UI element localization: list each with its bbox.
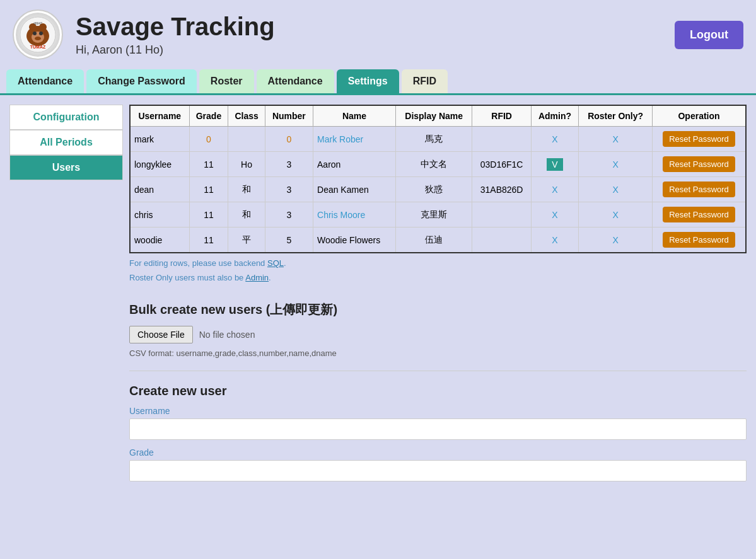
cell-name: Mark Rober xyxy=(313,127,396,152)
cell-number: 3 xyxy=(265,152,313,177)
cell-username: chris xyxy=(130,202,189,228)
table-row: chris 11 和 3 Chris Moore 克里斯 X X Reset P… xyxy=(130,202,746,228)
content-area: Username Grade Class Number Name Display… xyxy=(123,105,747,481)
grade-input[interactable] xyxy=(129,460,747,481)
logout-button[interactable]: Logout xyxy=(675,21,743,49)
cell-grade: 11 xyxy=(189,228,228,253)
reset-password-button[interactable]: Reset Password xyxy=(663,207,735,222)
table-row: mark 0 0 Mark Rober 馬克 X X Reset Passwor… xyxy=(130,127,746,152)
sidebar-item-users[interactable]: Users xyxy=(9,155,123,180)
cell-display-name: 馬克 xyxy=(396,127,472,152)
username-input[interactable] xyxy=(129,418,747,440)
col-display-name: Display Name xyxy=(396,105,472,127)
create-user-section: Create new user Username Grade xyxy=(129,384,747,481)
title-block: Savage Tracking Hi, Aaron (11 Ho) xyxy=(76,13,662,57)
table-row: woodie 11 平 5 Woodie Flowers 伍迪 X X Rese… xyxy=(130,228,746,253)
cell-admin: X xyxy=(531,202,578,228)
cell-rfid: 31AB826D xyxy=(472,177,531,202)
cell-display-name: 伍迪 xyxy=(396,228,472,253)
col-roster-only: Roster Only? xyxy=(579,105,653,127)
choose-file-button[interactable]: Choose File xyxy=(129,326,193,343)
cell-grade: 11 xyxy=(189,202,228,228)
cell-op: Reset Password xyxy=(653,152,746,177)
sidebar-item-all-periods[interactable]: All Periods xyxy=(9,130,123,155)
col-class: Class xyxy=(228,105,265,127)
svg-point-7 xyxy=(35,37,41,40)
cell-username: longyklee xyxy=(130,152,189,177)
app-header: TUMAZ #6947 Savage Tracking Hi, Aaron (1… xyxy=(0,0,756,69)
cell-roster-only: X xyxy=(579,152,653,177)
col-rfid: RFID xyxy=(472,105,531,127)
tab-change-password[interactable]: Change Password xyxy=(86,69,197,93)
username-label: Username xyxy=(129,406,747,416)
cell-op: Reset Password xyxy=(653,228,746,253)
svg-text:#6947: #6947 xyxy=(33,21,42,25)
file-input-row: Choose File No file chosen xyxy=(129,326,747,343)
logo-inner: TUMAZ #6947 xyxy=(16,13,60,57)
svg-point-6 xyxy=(39,32,43,35)
cell-number: 3 xyxy=(265,202,313,228)
cell-display-name: 中文名 xyxy=(396,152,472,177)
col-admin: Admin? xyxy=(531,105,578,127)
bulk-section: Bulk create new users (上傳即更新) Choose Fil… xyxy=(129,301,747,371)
cell-number: 3 xyxy=(265,177,313,202)
col-operation: Operation xyxy=(653,105,746,127)
reset-password-button[interactable]: Reset Password xyxy=(663,156,735,172)
cell-class: Ho xyxy=(228,152,265,177)
col-number: Number xyxy=(265,105,313,127)
cell-grade: 11 xyxy=(189,152,228,177)
cell-grade: 11 xyxy=(189,177,228,202)
svg-text:TUMAZ: TUMAZ xyxy=(30,45,46,49)
sidebar: Configuration All Periods Users xyxy=(9,105,123,481)
cell-class: 和 xyxy=(228,177,265,202)
cell-roster-only: X xyxy=(579,202,653,228)
cell-name: Aaron xyxy=(313,152,396,177)
cell-display-name: 克里斯 xyxy=(396,202,472,228)
cell-username: dean xyxy=(130,177,189,202)
cell-admin: X xyxy=(531,127,578,152)
app-title: Savage Tracking xyxy=(76,13,662,41)
admin-link[interactable]: Admin xyxy=(245,273,269,282)
cell-class: 平 xyxy=(228,228,265,253)
main-content: Configuration All Periods Users Username… xyxy=(0,95,756,491)
tab-attendance1[interactable]: Attendance xyxy=(6,69,84,93)
tab-attendance2[interactable]: Attendance xyxy=(257,69,334,93)
cell-grade: 0 xyxy=(189,127,228,152)
table-row: dean 11 和 3 Dean Kamen 狄惑 31AB826D X X R… xyxy=(130,177,746,202)
reset-password-button[interactable]: Reset Password xyxy=(663,182,735,197)
cell-name: Dean Kamen xyxy=(313,177,396,202)
sql-link[interactable]: SQL xyxy=(267,258,284,268)
csv-format-text: CSV format: username,grade,class,number,… xyxy=(129,349,747,358)
cell-op: Reset Password xyxy=(653,202,746,228)
cell-rfid xyxy=(472,202,531,228)
reset-password-button[interactable]: Reset Password xyxy=(663,131,735,147)
cell-username: woodie xyxy=(130,228,189,253)
col-name: Name xyxy=(313,105,396,127)
cell-username: mark xyxy=(130,127,189,152)
cell-op: Reset Password xyxy=(653,177,746,202)
cell-admin: X xyxy=(531,228,578,253)
users-table: Username Grade Class Number Name Display… xyxy=(129,105,747,253)
cell-number: 0 xyxy=(265,127,313,152)
cell-rfid xyxy=(472,228,531,253)
no-file-label: No file chosen xyxy=(199,330,255,340)
cell-roster-only: X xyxy=(579,127,653,152)
nav-bar: Attendance Change Password Roster Attend… xyxy=(0,69,756,95)
sidebar-item-configuration[interactable]: Configuration xyxy=(9,105,123,130)
cell-class: 和 xyxy=(228,202,265,228)
cell-rfid xyxy=(472,127,531,152)
cell-admin: V xyxy=(531,152,578,177)
tab-roster[interactable]: Roster xyxy=(199,69,254,93)
cell-admin: X xyxy=(531,177,578,202)
cell-display-name: 狄惑 xyxy=(396,177,472,202)
cell-number: 5 xyxy=(265,228,313,253)
cell-name: Chris Moore xyxy=(313,202,396,228)
table-header-row: Username Grade Class Number Name Display… xyxy=(130,105,746,127)
cell-rfid: 03D16F1C xyxy=(472,152,531,177)
logo-icon: TUMAZ #6947 xyxy=(19,16,57,54)
cell-name: Woodie Flowers xyxy=(313,228,396,253)
reset-password-button[interactable]: Reset Password xyxy=(663,232,735,248)
tab-settings[interactable]: Settings xyxy=(337,69,399,93)
tab-rfid[interactable]: RFID xyxy=(402,69,448,93)
cell-roster-only: X xyxy=(579,228,653,253)
